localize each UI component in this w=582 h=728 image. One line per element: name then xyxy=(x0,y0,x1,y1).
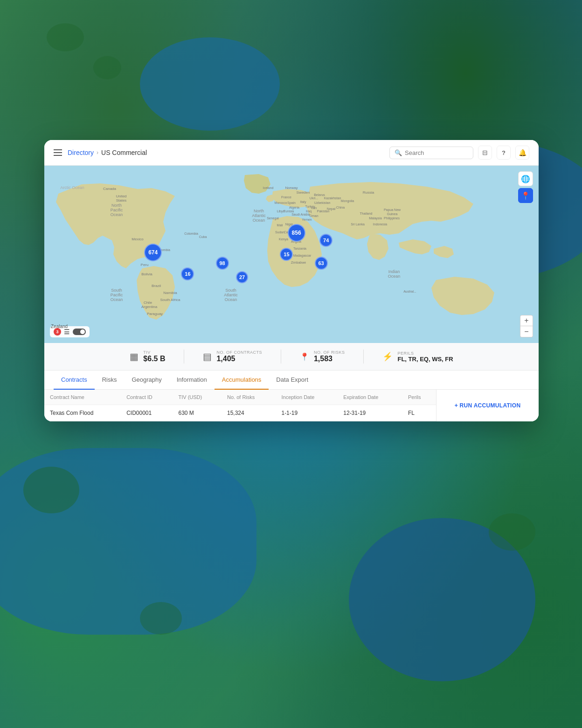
breadcrumb-directory-link[interactable]: Directory xyxy=(68,149,94,156)
col-contract-id: Contract ID xyxy=(121,390,173,405)
perils-icon: ⚡ xyxy=(382,351,393,362)
table-header-row: Contract Name Contract ID TIV (USD) No. … xyxy=(44,390,436,405)
zoom-in-button[interactable]: + xyxy=(520,315,533,326)
header-right: 🔍 ⊟ ? 🔔 xyxy=(389,146,529,160)
svg-text:Iraq: Iraq xyxy=(306,210,312,213)
svg-text:Atlantic: Atlantic xyxy=(224,293,238,297)
breadcrumb-separator: › xyxy=(97,149,98,156)
tab-risks[interactable]: Risks xyxy=(95,371,125,390)
breadcrumb: Directory › US Commercial xyxy=(68,149,147,156)
cell-risks: 15,324 xyxy=(222,405,276,421)
stat-risks: 📍 No. of Risks 1,583 xyxy=(300,350,345,363)
bg-water-1 xyxy=(140,37,280,131)
col-expiration: Expiration Date xyxy=(338,390,402,405)
svg-text:North: North xyxy=(254,209,264,213)
cell-contract-name: Texas Com Flood xyxy=(44,405,121,421)
svg-text:Iceland: Iceland xyxy=(263,186,274,189)
svg-text:Guinea: Guinea xyxy=(387,212,398,216)
table-right: + RUN ACCUMULATION xyxy=(436,390,539,421)
svg-text:Colombia: Colombia xyxy=(184,232,198,235)
search-input[interactable] xyxy=(405,149,468,156)
help-button[interactable]: ? xyxy=(497,146,511,160)
svg-text:Paraguay: Paraguay xyxy=(147,312,163,316)
cluster-63[interactable]: 63 xyxy=(315,257,328,270)
svg-text:Ocean: Ocean xyxy=(388,274,401,279)
svg-text:Brazil: Brazil xyxy=(152,284,161,288)
tab-accumulations[interactable]: Accumulations xyxy=(215,371,269,390)
svg-text:Philippines: Philippines xyxy=(384,217,400,220)
stat-perils: ⚡ Perils FL, TR, EQ, WS, FR xyxy=(382,351,453,363)
cluster-15[interactable]: 15 xyxy=(280,248,293,261)
risks-value: 1,583 xyxy=(314,355,345,363)
tab-information[interactable]: Information xyxy=(169,371,215,390)
svg-text:Chile: Chile xyxy=(144,301,152,305)
svg-text:States: States xyxy=(116,198,127,203)
svg-text:Algeria: Algeria xyxy=(289,206,299,210)
menu-icon[interactable] xyxy=(54,149,62,156)
svg-text:Pacific: Pacific xyxy=(111,208,123,212)
svg-text:Ocean: Ocean xyxy=(111,212,123,217)
cluster-16[interactable]: 16 xyxy=(181,267,194,280)
filter-button[interactable]: ⊟ xyxy=(478,146,492,160)
notification-button[interactable]: 🔔 xyxy=(515,146,529,160)
table-row[interactable]: Texas Com Flood CID00001 630 M 15,324 1-… xyxy=(44,405,436,421)
col-perils: Perils xyxy=(402,390,436,405)
stat-tiv: ▦ TIV $6.5 B xyxy=(130,350,165,363)
main-card: Directory › US Commercial 🔍 ⊟ ? 🔔 xyxy=(44,140,539,421)
svg-text:Argentina: Argentina xyxy=(141,305,158,309)
stats-bar: ▦ TIV $6.5 B ▤ No. of Contracts 1,405 📍 … xyxy=(44,343,539,371)
svg-text:Indonesia: Indonesia xyxy=(373,223,387,226)
svg-text:Iran: Iran xyxy=(311,206,317,210)
pin-view-button[interactable]: 📍 xyxy=(518,188,533,203)
layers-icon: ☰ xyxy=(64,328,70,336)
svg-text:Italy: Italy xyxy=(300,200,306,204)
col-inception: Inception Date xyxy=(276,390,338,405)
cluster-674[interactable]: 674 xyxy=(144,244,162,261)
tab-geography[interactable]: Geography xyxy=(124,371,169,390)
svg-text:United: United xyxy=(116,194,126,198)
svg-text:Tunisia: Tunisia xyxy=(284,210,294,213)
svg-text:Papua New: Papua New xyxy=(384,208,401,212)
svg-text:Kazakhstan: Kazakhstan xyxy=(324,196,341,200)
cluster-27[interactable]: 27 xyxy=(236,271,248,283)
svg-text:Norway: Norway xyxy=(285,186,298,190)
svg-text:Bolivia: Bolivia xyxy=(141,272,152,276)
cluster-856[interactable]: 856 xyxy=(288,224,305,242)
tab-contracts[interactable]: Contracts xyxy=(54,371,95,390)
svg-text:Saudi Arabia: Saudi Arabia xyxy=(291,213,310,216)
svg-text:Indian: Indian xyxy=(388,269,400,274)
map-container[interactable]: North Pacific Ocean North Atlantic Ocean… xyxy=(44,166,539,343)
svg-text:Namibia: Namibia xyxy=(163,291,177,295)
layer-toggle-switch[interactable] xyxy=(73,329,86,335)
cell-inception: 1-1-19 xyxy=(276,405,338,421)
tab-data-export[interactable]: Data Export xyxy=(269,371,316,390)
header: Directory › US Commercial 🔍 ⊟ ? 🔔 xyxy=(44,140,539,166)
svg-text:Cuba: Cuba xyxy=(199,235,207,238)
tiv-icon: ▦ xyxy=(130,351,139,362)
globe-view-button[interactable]: 🌐 xyxy=(518,171,533,186)
stat-divider-1 xyxy=(184,350,184,364)
cluster-98[interactable]: 98 xyxy=(216,257,229,270)
svg-text:South Africa: South Africa xyxy=(160,298,180,302)
svg-text:Peru: Peru xyxy=(141,263,149,267)
svg-text:Ocean: Ocean xyxy=(111,297,123,302)
zoom-out-button[interactable]: − xyxy=(520,326,533,337)
svg-text:Malaysia: Malaysia xyxy=(369,217,382,220)
svg-text:Madagascar: Madagascar xyxy=(293,254,312,258)
stat-contracts: ▤ No. of Contracts 1,405 xyxy=(203,350,262,363)
svg-text:Nepal: Nepal xyxy=(327,207,336,211)
search-box[interactable]: 🔍 xyxy=(389,147,473,159)
svg-text:Ocean: Ocean xyxy=(225,297,237,302)
svg-text:Canada: Canada xyxy=(103,187,117,191)
svg-text:Mexico: Mexico xyxy=(132,237,144,241)
run-accumulation-button[interactable]: + RUN ACCUMULATION xyxy=(455,402,521,409)
svg-text:South: South xyxy=(111,288,122,293)
cluster-74[interactable]: 74 xyxy=(319,234,333,247)
risks-icon: 📍 xyxy=(300,352,309,361)
cell-tiv: 630 M xyxy=(173,405,222,421)
svg-text:Ocean: Ocean xyxy=(253,218,265,223)
tiv-label: TIV xyxy=(143,350,165,355)
svg-text:Yemen: Yemen xyxy=(302,218,312,221)
stat-divider-3 xyxy=(363,350,364,364)
svg-text:France: France xyxy=(281,196,291,199)
